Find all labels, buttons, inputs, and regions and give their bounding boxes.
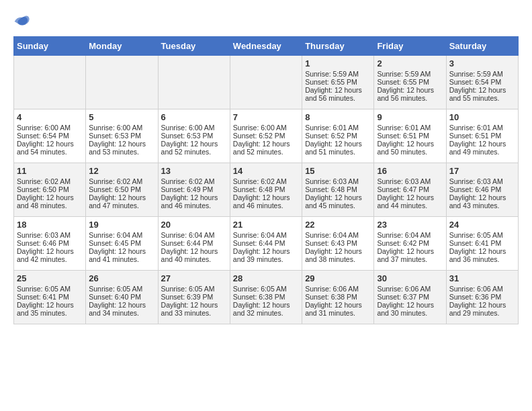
- sunset-text: Sunset: 6:55 PM: [305, 78, 371, 86]
- calendar-cell: 14Sunrise: 6:02 AMSunset: 6:48 PMDayligh…: [230, 163, 302, 217]
- sunset-text: Sunset: 6:54 PM: [449, 78, 515, 86]
- sunset-text: Sunset: 6:50 PM: [17, 185, 83, 193]
- day-number: 26: [89, 273, 154, 283]
- daylight-text: Daylight: 12 hours and 35 minutes.: [17, 301, 83, 317]
- sunrise-text: Sunrise: 6:02 AM: [89, 177, 154, 185]
- page-header: [13, 13, 519, 30]
- calendar-cell: 21Sunrise: 6:04 AMSunset: 6:44 PMDayligh…: [230, 217, 302, 271]
- sunset-text: Sunset: 6:39 PM: [161, 293, 227, 301]
- sunset-text: Sunset: 6:55 PM: [377, 78, 443, 86]
- logo: [13, 13, 35, 30]
- daylight-text: Daylight: 12 hours and 53 minutes.: [89, 140, 154, 156]
- sunset-text: Sunset: 6:44 PM: [233, 239, 299, 247]
- sunset-text: Sunset: 6:54 PM: [17, 132, 83, 140]
- daylight-text: Daylight: 12 hours and 36 minutes.: [449, 247, 515, 263]
- daylight-text: Daylight: 12 hours and 52 minutes.: [233, 140, 299, 156]
- daylight-text: Daylight: 12 hours and 48 minutes.: [17, 193, 83, 210]
- sunrise-text: Sunrise: 6:00 AM: [17, 124, 83, 132]
- day-number: 13: [161, 166, 227, 176]
- sunrise-text: Sunrise: 6:00 AM: [233, 124, 299, 132]
- sunset-text: Sunset: 6:53 PM: [89, 132, 154, 140]
- header-thursday: Thursday: [302, 37, 374, 56]
- sunrise-text: Sunrise: 5:59 AM: [305, 70, 371, 78]
- day-number: 20: [161, 220, 227, 230]
- sunrise-text: Sunrise: 6:04 AM: [377, 231, 443, 239]
- header-friday: Friday: [374, 37, 446, 56]
- day-number: 14: [233, 166, 299, 176]
- sunrise-text: Sunrise: 6:03 AM: [305, 177, 371, 185]
- day-number: 5: [89, 112, 154, 122]
- daylight-text: Daylight: 12 hours and 56 minutes.: [377, 86, 443, 102]
- daylight-text: Daylight: 12 hours and 41 minutes.: [89, 247, 154, 263]
- daylight-text: Daylight: 12 hours and 52 minutes.: [161, 140, 227, 156]
- day-number: 4: [17, 112, 83, 122]
- sunset-text: Sunset: 6:41 PM: [17, 293, 83, 301]
- header-monday: Monday: [86, 37, 158, 56]
- calendar-cell: [158, 56, 230, 109]
- calendar-cell: [14, 56, 86, 109]
- day-number: 2: [377, 58, 443, 68]
- day-number: 30: [377, 273, 443, 283]
- header-saturday: Saturday: [446, 37, 518, 56]
- day-number: 15: [305, 166, 371, 176]
- sunrise-text: Sunrise: 6:06 AM: [449, 285, 515, 293]
- calendar-cell: 15Sunrise: 6:03 AMSunset: 6:48 PMDayligh…: [302, 163, 374, 217]
- sunset-text: Sunset: 6:51 PM: [377, 132, 443, 140]
- sunset-text: Sunset: 6:50 PM: [89, 185, 154, 193]
- day-number: 28: [233, 273, 299, 283]
- day-number: 21: [233, 220, 299, 230]
- day-number: 7: [233, 112, 299, 122]
- calendar-cell: 23Sunrise: 6:04 AMSunset: 6:42 PMDayligh…: [374, 217, 446, 271]
- header-wednesday: Wednesday: [230, 37, 302, 56]
- calendar-cell: 18Sunrise: 6:03 AMSunset: 6:46 PMDayligh…: [14, 217, 86, 271]
- sunset-text: Sunset: 6:37 PM: [377, 293, 443, 301]
- sunrise-text: Sunrise: 6:01 AM: [305, 124, 371, 132]
- day-number: 19: [89, 220, 154, 230]
- sunrise-text: Sunrise: 6:04 AM: [233, 231, 299, 239]
- calendar-cell: 24Sunrise: 6:05 AMSunset: 6:41 PMDayligh…: [446, 217, 518, 271]
- daylight-text: Daylight: 12 hours and 46 minutes.: [161, 193, 227, 210]
- day-number: 31: [449, 273, 515, 283]
- header-tuesday: Tuesday: [158, 37, 230, 56]
- sunrise-text: Sunrise: 6:00 AM: [89, 124, 154, 132]
- daylight-text: Daylight: 12 hours and 50 minutes.: [377, 140, 443, 156]
- sunrise-text: Sunrise: 6:00 AM: [161, 124, 227, 132]
- calendar-cell: 30Sunrise: 6:06 AMSunset: 6:37 PMDayligh…: [374, 271, 446, 324]
- calendar-cell: 11Sunrise: 6:02 AMSunset: 6:50 PMDayligh…: [14, 163, 86, 217]
- day-number: 22: [305, 220, 371, 230]
- sunrise-text: Sunrise: 6:01 AM: [377, 124, 443, 132]
- week-row-2: 11Sunrise: 6:02 AMSunset: 6:50 PMDayligh…: [14, 163, 519, 217]
- sunset-text: Sunset: 6:52 PM: [305, 132, 371, 140]
- sunset-text: Sunset: 6:53 PM: [161, 132, 227, 140]
- calendar-cell: [230, 56, 302, 109]
- calendar-cell: 2Sunrise: 5:59 AMSunset: 6:55 PMDaylight…: [374, 56, 446, 109]
- sunset-text: Sunset: 6:38 PM: [305, 293, 371, 301]
- daylight-text: Daylight: 12 hours and 56 minutes.: [305, 86, 371, 102]
- calendar-cell: 19Sunrise: 6:04 AMSunset: 6:45 PMDayligh…: [86, 217, 158, 271]
- daylight-text: Daylight: 12 hours and 34 minutes.: [89, 301, 154, 317]
- day-number: 10: [449, 112, 515, 122]
- day-number: 23: [377, 220, 443, 230]
- sunrise-text: Sunrise: 6:03 AM: [377, 177, 443, 185]
- calendar-cell: 13Sunrise: 6:02 AMSunset: 6:49 PMDayligh…: [158, 163, 230, 217]
- sunrise-text: Sunrise: 6:03 AM: [17, 231, 83, 239]
- day-number: 6: [161, 112, 227, 122]
- sunset-text: Sunset: 6:46 PM: [449, 185, 515, 193]
- daylight-text: Daylight: 12 hours and 46 minutes.: [233, 193, 299, 210]
- sunrise-text: Sunrise: 6:02 AM: [17, 177, 83, 185]
- sunset-text: Sunset: 6:48 PM: [233, 185, 299, 193]
- sunset-text: Sunset: 6:41 PM: [449, 239, 515, 247]
- sunrise-text: Sunrise: 6:04 AM: [305, 231, 371, 239]
- header-row: SundayMondayTuesdayWednesdayThursdayFrid…: [14, 37, 519, 56]
- sunrise-text: Sunrise: 6:01 AM: [449, 124, 515, 132]
- sunset-text: Sunset: 6:42 PM: [377, 239, 443, 247]
- daylight-text: Daylight: 12 hours and 42 minutes.: [17, 247, 83, 263]
- day-number: 3: [449, 58, 515, 68]
- sunrise-text: Sunrise: 6:03 AM: [449, 177, 515, 185]
- calendar-cell: 25Sunrise: 6:05 AMSunset: 6:41 PMDayligh…: [14, 271, 86, 324]
- daylight-text: Daylight: 12 hours and 51 minutes.: [305, 140, 371, 156]
- sunset-text: Sunset: 6:46 PM: [17, 239, 83, 247]
- calendar-cell: 28Sunrise: 6:05 AMSunset: 6:38 PMDayligh…: [230, 271, 302, 324]
- daylight-text: Daylight: 12 hours and 39 minutes.: [233, 247, 299, 263]
- week-row-4: 25Sunrise: 6:05 AMSunset: 6:41 PMDayligh…: [14, 271, 519, 324]
